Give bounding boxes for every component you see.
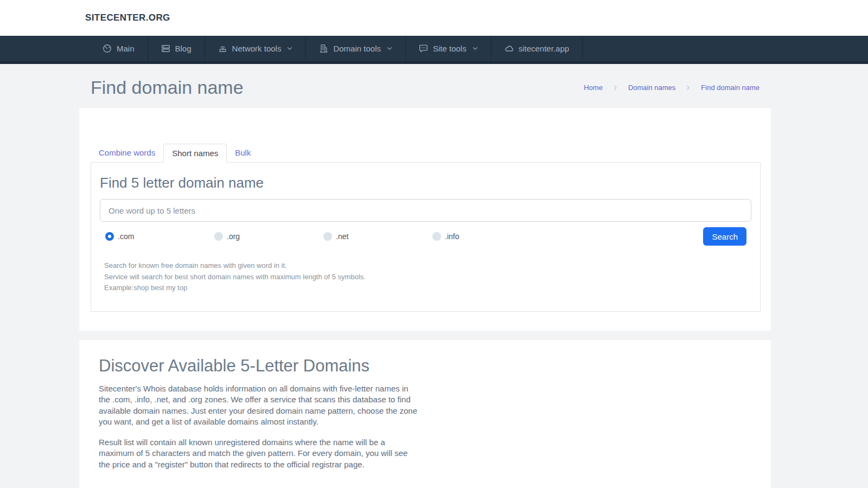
nav-item-sitecenter-app[interactable]: sitecenter.app bbox=[492, 36, 583, 61]
site-logo[interactable]: SITECENTER.ORG bbox=[85, 0, 868, 36]
zone-option-info[interactable]: .info bbox=[427, 232, 536, 241]
article-card: Discover Available 5-Letter Domains Site… bbox=[79, 340, 771, 488]
zone-option-net[interactable]: .net bbox=[318, 232, 427, 241]
finder-card: Combine words Short names Bulk Find 5 le… bbox=[79, 108, 771, 331]
nav-item-network-tools[interactable]: Network tools bbox=[205, 36, 307, 61]
tab-bulk[interactable]: Bulk bbox=[227, 144, 259, 162]
tab-combine-words[interactable]: Combine words bbox=[91, 144, 163, 162]
help-line: Example:shop best my top bbox=[104, 282, 751, 294]
building-icon bbox=[319, 44, 328, 53]
help-text: Search for known free domain names with … bbox=[104, 260, 751, 294]
cloud-icon bbox=[505, 44, 514, 53]
nav-item-label: Site tools bbox=[433, 44, 467, 53]
nav-item-blog[interactable]: Blog bbox=[148, 36, 205, 61]
page-title: Find domain name bbox=[91, 77, 244, 98]
router-icon bbox=[218, 44, 227, 53]
zone-label: .net bbox=[336, 232, 348, 241]
chevron-right-icon bbox=[614, 85, 617, 91]
radio-info[interactable] bbox=[432, 232, 441, 241]
breadcrumb-domain-names[interactable]: Domain names bbox=[628, 84, 675, 92]
zone-label: .info bbox=[445, 232, 459, 241]
finder-tabs: Combine words Short names Bulk bbox=[91, 144, 771, 162]
nav-item-label: sitecenter.app bbox=[519, 44, 569, 53]
zone-label: .com bbox=[118, 232, 134, 241]
panel-heading: Find 5 letter domain name bbox=[100, 175, 751, 191]
zone-options-row: .com .org .net .info Search bbox=[100, 227, 751, 246]
chat-square-dots-icon bbox=[419, 44, 428, 53]
server-icon bbox=[161, 44, 170, 53]
breadcrumb-current[interactable]: Find domain name bbox=[701, 84, 760, 92]
nav-item-main[interactable]: Main bbox=[90, 36, 148, 61]
radio-com[interactable] bbox=[105, 232, 114, 241]
breadcrumb-home[interactable]: Home bbox=[584, 84, 603, 92]
section-gap bbox=[79, 331, 771, 340]
site-header: SITECENTER.ORG bbox=[0, 0, 868, 36]
short-names-panel: Find 5 letter domain name .com .org .net bbox=[91, 162, 761, 312]
chevron-down-icon bbox=[387, 47, 392, 50]
nav-item-label: Blog bbox=[175, 44, 192, 53]
zone-option-com[interactable]: .com bbox=[100, 232, 209, 241]
main-navbar: Main Blog Network tools bbox=[0, 36, 868, 61]
zone-label: .org bbox=[227, 232, 240, 241]
tab-short-names[interactable]: Short names bbox=[163, 144, 227, 163]
article-paragraph: Sitecenter's Whois database holds inform… bbox=[99, 383, 420, 428]
chevron-right-icon bbox=[686, 85, 690, 91]
radio-org[interactable] bbox=[214, 232, 223, 241]
chevron-down-icon bbox=[287, 47, 292, 50]
radio-net[interactable] bbox=[323, 232, 332, 241]
zone-option-org[interactable]: .org bbox=[209, 232, 318, 241]
speedometer-icon bbox=[103, 44, 112, 53]
chevron-down-icon bbox=[473, 47, 478, 50]
article-paragraph: Result list will contain all known unreg… bbox=[99, 437, 420, 471]
page-head: Find domain name Home Domain names Find … bbox=[79, 64, 771, 108]
search-button[interactable]: Search bbox=[703, 227, 746, 246]
domain-word-input[interactable] bbox=[100, 199, 751, 222]
nav-item-label: Network tools bbox=[232, 44, 282, 53]
nav-item-site-tools[interactable]: Site tools bbox=[406, 36, 492, 61]
nav-item-domain-tools[interactable]: Domain tools bbox=[306, 36, 406, 61]
article-heading: Discover Available 5-Letter Domains bbox=[99, 356, 751, 376]
nav-item-label: Main bbox=[117, 44, 135, 53]
help-line: Search for known free domain names with … bbox=[104, 260, 751, 272]
nav-item-label: Domain tools bbox=[333, 44, 381, 53]
help-line: Service will search for best short domai… bbox=[104, 272, 751, 283]
breadcrumb: Home Domain names Find domain name bbox=[584, 84, 760, 92]
